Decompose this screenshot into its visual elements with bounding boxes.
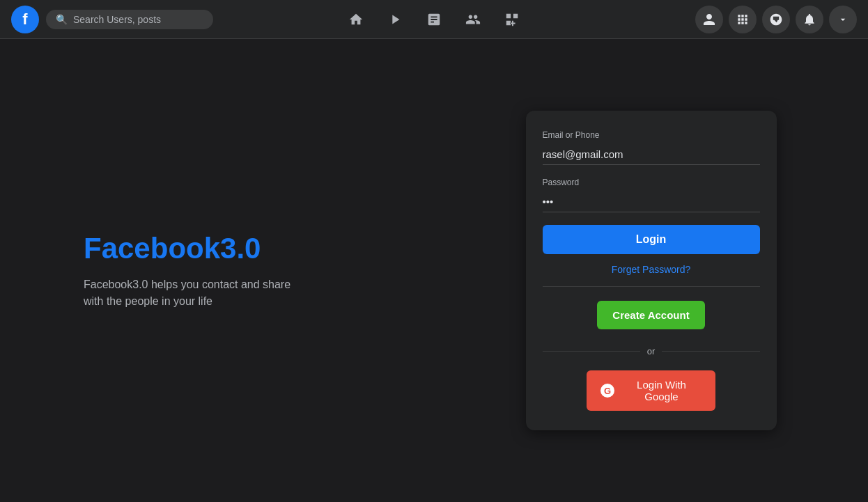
messenger-nav-btn[interactable] (762, 6, 790, 33)
apps-icon (736, 13, 750, 26)
gaming-icon (504, 12, 520, 27)
or-divider: or (543, 346, 760, 356)
email-label: Email or Phone (543, 130, 760, 140)
friends-nav-btn[interactable] (456, 3, 490, 36)
divider (543, 286, 760, 287)
left-section: Facebook3.0 Facebook3.0 helps you contac… (0, 190, 476, 352)
apps-nav-btn[interactable] (729, 6, 757, 33)
notifications-nav-btn[interactable] (796, 6, 823, 33)
google-btn-label: Login With Google (621, 379, 702, 402)
chevron-down-icon (837, 14, 848, 25)
video-nav-btn[interactable] (378, 3, 412, 36)
notifications-icon (803, 13, 816, 26)
brand-subtitle: Facebook3.0 helps you contact and share … (84, 276, 307, 310)
gaming-nav-btn[interactable] (495, 3, 529, 36)
brand-title: Facebook3.0 (84, 232, 434, 265)
or-line-left (543, 351, 640, 352)
right-section: Email or Phone Password Login Forget Pas… (476, 111, 868, 430)
home-icon (348, 12, 364, 27)
search-bar[interactable]: 🔍 (46, 10, 213, 29)
main-content: Facebook3.0 Facebook3.0 helps you contac… (0, 39, 868, 502)
profile-icon (702, 13, 716, 26)
or-line-right (662, 351, 759, 352)
login-button[interactable]: Login (543, 225, 760, 254)
menu-nav-btn[interactable] (829, 6, 857, 33)
google-icon: G (600, 384, 614, 398)
messenger-icon (769, 13, 783, 26)
password-input[interactable] (543, 191, 760, 212)
create-account-button[interactable]: Create Account (597, 301, 705, 329)
facebook-logo[interactable]: f (11, 6, 39, 33)
search-icon: 🔍 (56, 14, 68, 25)
marketplace-icon (426, 12, 442, 27)
nav-center (339, 3, 529, 36)
marketplace-nav-btn[interactable] (417, 3, 451, 36)
google-login-button[interactable]: G Login With Google (587, 370, 715, 411)
login-card: Email or Phone Password Login Forget Pas… (526, 111, 777, 430)
password-label: Password (543, 178, 760, 187)
email-field-group: Email or Phone (543, 130, 760, 178)
home-nav-btn[interactable] (339, 3, 373, 36)
nav-left: f 🔍 (11, 6, 213, 33)
profile-nav-btn[interactable] (695, 6, 723, 33)
email-input[interactable] (543, 144, 760, 165)
search-input[interactable] (73, 14, 203, 25)
password-field-group: Password (543, 178, 760, 225)
nav-right (695, 6, 857, 33)
video-icon (387, 12, 403, 27)
friends-icon (465, 12, 481, 27)
navbar: f 🔍 (0, 0, 868, 39)
forgot-password-link[interactable]: Forget Password? (543, 264, 760, 275)
or-text: or (647, 346, 656, 356)
